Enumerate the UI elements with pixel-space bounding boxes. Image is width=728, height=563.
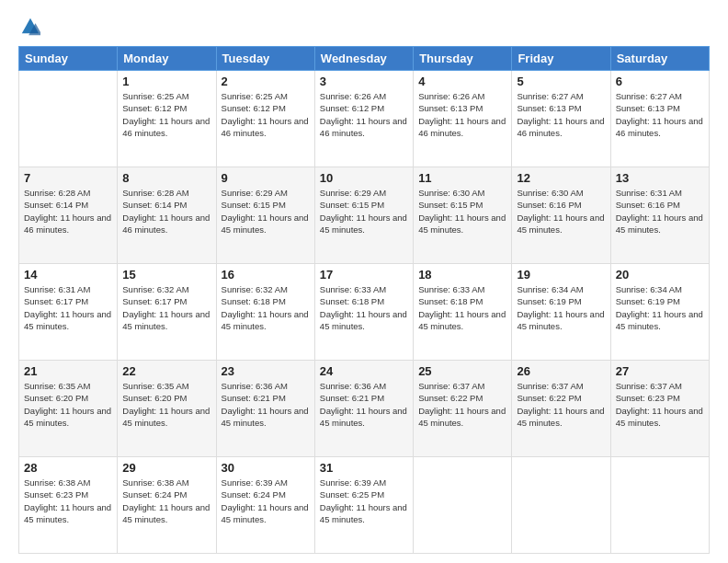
day-number: 10	[320, 171, 408, 185]
header-monday: Monday	[118, 47, 216, 71]
day-number: 26	[517, 364, 605, 378]
calendar-cell: 17Sunrise: 6:33 AMSunset: 6:18 PMDayligh…	[314, 264, 413, 361]
header	[18, 17, 710, 37]
calendar-cell: 22Sunrise: 6:35 AMSunset: 6:20 PMDayligh…	[118, 361, 216, 457]
header-thursday: Thursday	[414, 47, 512, 71]
day-number: 8	[122, 171, 210, 185]
calendar-cell: 18Sunrise: 6:33 AMSunset: 6:18 PMDayligh…	[414, 264, 512, 361]
calendar-cell: 29Sunrise: 6:38 AMSunset: 6:24 PMDayligh…	[118, 457, 216, 554]
calendar-cell: 31Sunrise: 6:39 AMSunset: 6:25 PMDayligh…	[314, 457, 413, 554]
calendar-cell	[19, 71, 118, 167]
calendar-week-4: 21Sunrise: 6:35 AMSunset: 6:20 PMDayligh…	[19, 361, 710, 457]
calendar-cell: 11Sunrise: 6:30 AMSunset: 6:15 PMDayligh…	[414, 167, 512, 264]
day-number: 24	[320, 364, 408, 378]
calendar-cell: 13Sunrise: 6:31 AMSunset: 6:16 PMDayligh…	[610, 167, 709, 264]
day-info: Sunrise: 6:26 AMSunset: 6:12 PMDaylight:…	[320, 90, 408, 139]
day-info: Sunrise: 6:27 AMSunset: 6:13 PMDaylight:…	[616, 90, 704, 139]
day-info: Sunrise: 6:37 AMSunset: 6:23 PMDaylight:…	[616, 380, 704, 429]
day-info: Sunrise: 6:34 AMSunset: 6:19 PMDaylight:…	[517, 283, 605, 332]
calendar-cell: 27Sunrise: 6:37 AMSunset: 6:23 PMDayligh…	[610, 361, 709, 457]
calendar-week-3: 14Sunrise: 6:31 AMSunset: 6:17 PMDayligh…	[19, 264, 710, 361]
logo	[18, 17, 40, 37]
calendar-cell: 4Sunrise: 6:26 AMSunset: 6:13 PMDaylight…	[414, 71, 512, 167]
day-number: 17	[320, 268, 408, 282]
day-info: Sunrise: 6:26 AMSunset: 6:13 PMDaylight:…	[418, 90, 506, 139]
calendar-cell: 26Sunrise: 6:37 AMSunset: 6:22 PMDayligh…	[512, 361, 610, 457]
day-info: Sunrise: 6:39 AMSunset: 6:25 PMDaylight:…	[320, 477, 408, 525]
day-info: Sunrise: 6:37 AMSunset: 6:22 PMDaylight:…	[517, 380, 605, 429]
calendar-week-1: 1Sunrise: 6:25 AMSunset: 6:12 PMDaylight…	[19, 71, 710, 167]
calendar-cell: 20Sunrise: 6:34 AMSunset: 6:19 PMDayligh…	[610, 264, 709, 361]
calendar-cell: 14Sunrise: 6:31 AMSunset: 6:17 PMDayligh…	[19, 264, 118, 361]
day-info: Sunrise: 6:25 AMSunset: 6:12 PMDaylight:…	[122, 90, 210, 139]
day-info: Sunrise: 6:38 AMSunset: 6:24 PMDaylight:…	[122, 477, 210, 525]
calendar-cell: 2Sunrise: 6:25 AMSunset: 6:12 PMDaylight…	[216, 71, 314, 167]
day-number: 14	[24, 268, 112, 282]
day-number: 28	[24, 461, 112, 475]
calendar-cell: 10Sunrise: 6:29 AMSunset: 6:15 PMDayligh…	[314, 167, 413, 264]
day-number: 23	[222, 364, 310, 378]
logo-icon	[20, 17, 40, 37]
day-number: 12	[517, 171, 605, 185]
day-number: 13	[616, 171, 704, 185]
day-number: 11	[418, 171, 506, 185]
day-number: 9	[222, 171, 310, 185]
day-info: Sunrise: 6:31 AMSunset: 6:17 PMDaylight:…	[24, 283, 112, 332]
day-info: Sunrise: 6:32 AMSunset: 6:18 PMDaylight:…	[222, 283, 310, 332]
day-number: 18	[418, 268, 506, 282]
day-number: 19	[517, 268, 605, 282]
calendar-cell: 23Sunrise: 6:36 AMSunset: 6:21 PMDayligh…	[216, 361, 314, 457]
day-info: Sunrise: 6:38 AMSunset: 6:23 PMDaylight:…	[24, 477, 112, 525]
calendar-cell	[610, 457, 709, 554]
calendar-cell: 6Sunrise: 6:27 AMSunset: 6:13 PMDaylight…	[610, 71, 709, 167]
day-info: Sunrise: 6:32 AMSunset: 6:17 PMDaylight:…	[122, 283, 210, 332]
calendar-cell: 3Sunrise: 6:26 AMSunset: 6:12 PMDaylight…	[314, 71, 413, 167]
day-number: 31	[320, 461, 408, 475]
day-number: 1	[122, 75, 210, 88]
day-info: Sunrise: 6:28 AMSunset: 6:14 PMDaylight:…	[122, 187, 210, 236]
header-wednesday: Wednesday	[314, 47, 413, 71]
day-info: Sunrise: 6:28 AMSunset: 6:14 PMDaylight:…	[24, 187, 112, 236]
day-number: 27	[616, 364, 704, 378]
day-info: Sunrise: 6:31 AMSunset: 6:16 PMDaylight:…	[616, 187, 704, 236]
calendar-cell: 8Sunrise: 6:28 AMSunset: 6:14 PMDaylight…	[118, 167, 216, 264]
calendar-cell: 12Sunrise: 6:30 AMSunset: 6:16 PMDayligh…	[512, 167, 610, 264]
calendar-cell	[512, 457, 610, 554]
calendar-cell: 1Sunrise: 6:25 AMSunset: 6:12 PMDaylight…	[118, 71, 216, 167]
day-info: Sunrise: 6:29 AMSunset: 6:15 PMDaylight:…	[222, 187, 310, 236]
calendar-week-5: 28Sunrise: 6:38 AMSunset: 6:23 PMDayligh…	[19, 457, 710, 554]
day-number: 25	[418, 364, 506, 378]
day-info: Sunrise: 6:29 AMSunset: 6:15 PMDaylight:…	[320, 187, 408, 236]
day-info: Sunrise: 6:34 AMSunset: 6:19 PMDaylight:…	[616, 283, 704, 332]
day-info: Sunrise: 6:39 AMSunset: 6:24 PMDaylight:…	[222, 477, 310, 525]
day-number: 2	[222, 75, 310, 88]
day-number: 5	[517, 75, 605, 88]
calendar: Sunday Monday Tuesday Wednesday Thursday…	[18, 46, 710, 554]
calendar-cell: 25Sunrise: 6:37 AMSunset: 6:22 PMDayligh…	[414, 361, 512, 457]
day-info: Sunrise: 6:33 AMSunset: 6:18 PMDaylight:…	[320, 283, 408, 332]
header-sunday: Sunday	[19, 47, 118, 71]
day-number: 15	[122, 268, 210, 282]
calendar-week-2: 7Sunrise: 6:28 AMSunset: 6:14 PMDaylight…	[19, 167, 710, 264]
day-number: 4	[418, 75, 506, 88]
day-info: Sunrise: 6:30 AMSunset: 6:15 PMDaylight:…	[418, 187, 506, 236]
day-info: Sunrise: 6:25 AMSunset: 6:12 PMDaylight:…	[222, 90, 310, 139]
calendar-cell: 7Sunrise: 6:28 AMSunset: 6:14 PMDaylight…	[19, 167, 118, 264]
calendar-cell: 21Sunrise: 6:35 AMSunset: 6:20 PMDayligh…	[19, 361, 118, 457]
day-info: Sunrise: 6:30 AMSunset: 6:16 PMDaylight:…	[517, 187, 605, 236]
calendar-cell: 30Sunrise: 6:39 AMSunset: 6:24 PMDayligh…	[216, 457, 314, 554]
day-number: 30	[222, 461, 310, 475]
day-number: 22	[122, 364, 210, 378]
day-number: 16	[222, 268, 310, 282]
calendar-cell: 15Sunrise: 6:32 AMSunset: 6:17 PMDayligh…	[118, 264, 216, 361]
day-number: 21	[24, 364, 112, 378]
day-info: Sunrise: 6:35 AMSunset: 6:20 PMDaylight:…	[122, 380, 210, 429]
weekday-header-row: Sunday Monday Tuesday Wednesday Thursday…	[19, 47, 710, 71]
header-tuesday: Tuesday	[216, 47, 314, 71]
day-info: Sunrise: 6:36 AMSunset: 6:21 PMDaylight:…	[320, 380, 408, 429]
calendar-cell: 9Sunrise: 6:29 AMSunset: 6:15 PMDaylight…	[216, 167, 314, 264]
calendar-cell: 16Sunrise: 6:32 AMSunset: 6:18 PMDayligh…	[216, 264, 314, 361]
calendar-cell: 19Sunrise: 6:34 AMSunset: 6:19 PMDayligh…	[512, 264, 610, 361]
day-info: Sunrise: 6:33 AMSunset: 6:18 PMDaylight:…	[418, 283, 506, 332]
day-info: Sunrise: 6:27 AMSunset: 6:13 PMDaylight:…	[517, 90, 605, 139]
